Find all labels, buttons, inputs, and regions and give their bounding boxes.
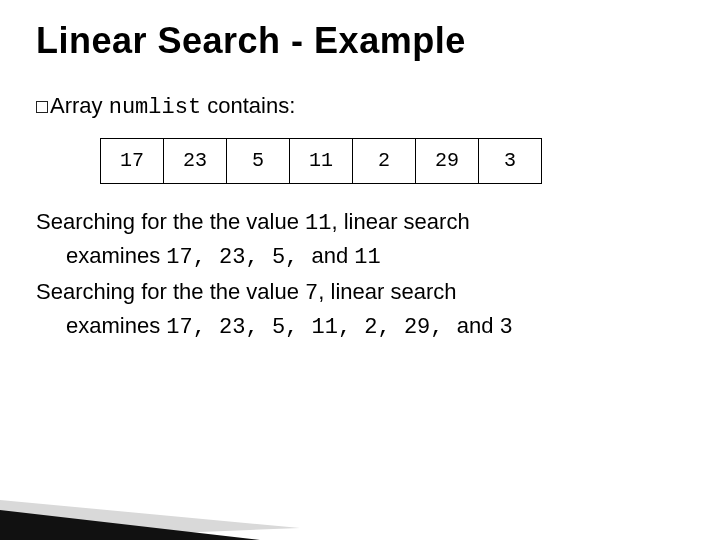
text: , linear search [331,209,469,234]
text: and [457,313,500,338]
array-cell: 3 [479,138,542,183]
text: examines [66,243,166,268]
explanation-block: Searching for the the value 11, linear s… [36,206,686,344]
array-cell: 17 [101,138,164,183]
array-cell: 23 [164,138,227,183]
value-3: 3 [500,315,513,340]
text: Searching for the the value [36,279,305,304]
array-cell: 29 [416,138,479,183]
array-cell: 5 [227,138,290,183]
sequence-code: 17, 23, 5, [166,245,311,270]
corner-wedge-icon [0,450,300,540]
slide-title: Linear Search - Example [36,20,690,62]
text-array-prefix: Array [50,93,109,118]
array-intro-line: Array numlist contains: [36,90,676,124]
text: and [312,243,355,268]
text-numlist-code: numlist [109,95,201,120]
array-table-wrap: 17 23 5 11 2 29 3 [100,138,690,184]
text: Searching for the the value [36,209,305,234]
text-array-suffix: contains: [201,93,295,118]
text: , linear search [318,279,456,304]
array-cell: 2 [353,138,416,183]
array-cell: 11 [290,138,353,183]
svg-marker-0 [0,500,300,540]
text: examines [66,313,166,338]
value-7: 7 [305,281,318,306]
bullet-square-icon [36,101,48,113]
array-table: 17 23 5 11 2 29 3 [100,138,542,184]
value-11: 11 [354,245,380,270]
sequence-code: 17, 23, 5, 11, 2, 29, [166,315,456,340]
svg-marker-1 [0,510,260,540]
value-11: 11 [305,211,331,236]
slide: Linear Search - Example Array numlist co… [0,0,720,540]
